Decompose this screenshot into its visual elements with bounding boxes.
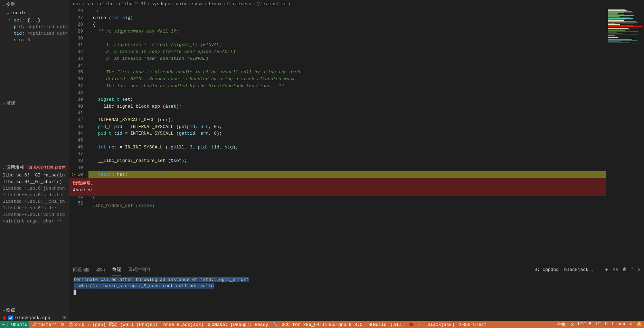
callstack-frame[interactable]: libstdc++.so.6![Unknown: [0, 185, 69, 192]
watch-section-header[interactable]: ⌄ 监视: [0, 99, 69, 108]
variable-pid[interactable]: pid: <optimized out>: [0, 24, 69, 30]
var-key: pid:: [14, 24, 25, 29]
breadcrumb-segment[interactable]: usr: [73, 1, 81, 7]
code-line[interactable]: ▷ return ret;: [88, 171, 606, 178]
code-content[interactable]: intraise (int sig){ /* rt_sigprocmask ma…: [88, 8, 606, 264]
code-line[interactable]: INTERNAL_SYSCALL_DECL (err);: [88, 117, 606, 124]
code-line[interactable]: __libc_signal_restore_set (&set);: [88, 157, 606, 164]
os-indicator[interactable]: Linux: [610, 321, 627, 327]
breadcrumb-segment[interactable]: unix: [176, 1, 187, 7]
code-line[interactable]: raise (int sig): [88, 15, 606, 21]
callstack-frame[interactable]: libstdc++.so.6!__cxa_th: [0, 198, 69, 205]
variable-tid[interactable]: tid: <optimized out>: [0, 30, 69, 37]
code-line[interactable]: defined _NSIG. Second case is handled by…: [88, 76, 606, 83]
remote-indicator[interactable]: ⇋: Ubuntu: [0, 321, 29, 328]
code-line[interactable]: 1. sigsetsize != sizeof (sigset_t) (EINV…: [88, 42, 606, 48]
code-line[interactable]: int ret = INLINE_SYSCALL (tgkill, 3, pid…: [88, 144, 606, 151]
breakpoints-section-header[interactable]: ⌄ 断点: [0, 306, 69, 315]
callstack-frame[interactable]: libstdc++.so.6!std::__t: [0, 205, 69, 211]
cmake-status[interactable]: ⚙CMake: [Debug]: Ready: [206, 321, 271, 328]
callstack-section-header[interactable]: ⌄ 调用堆栈 因 EXCEPTION 已暂停: [0, 163, 69, 172]
cmake-kit[interactable]: 🔧[GCC for x86_64-linux-gnu 9.3.0]: [270, 321, 367, 328]
language-mode[interactable]: C: [603, 321, 610, 327]
feedback-icon[interactable]: ☺: [627, 321, 634, 327]
watch-title: 监视: [6, 100, 15, 106]
locals-header[interactable]: ⌄ Locals: [0, 9, 69, 17]
breakpoint-checkbox[interactable]: [8, 316, 13, 320]
breadcrumb-segment[interactable]: C raise.c: [227, 1, 251, 7]
branch-icon: ⎇: [31, 322, 37, 327]
code-line[interactable]: 2. a failure in copy from/to user space …: [88, 48, 606, 55]
tab-debug-console[interactable]: 调试控制台: [128, 265, 151, 274]
variable-sig[interactable]: sig: 6: [0, 37, 69, 43]
build-button[interactable]: ⚙Build: [367, 321, 389, 328]
warning-icon: ⚠: [78, 322, 81, 327]
code-line[interactable]: {: [88, 21, 606, 28]
breadcrumb-segment[interactable]: glibc-2.31: [119, 1, 146, 7]
beaker-icon: ⚗: [458, 322, 461, 327]
breadcrumb-segment[interactable]: glibc: [100, 1, 113, 7]
split-terminal-icon[interactable]: ▯▯: [613, 267, 618, 272]
close-icon[interactable]: ✕: [638, 267, 641, 272]
code-line[interactable]: The last one should be handled by the bl…: [88, 83, 606, 90]
build-target-all[interactable]: [all]: [389, 321, 406, 328]
play-icon: ▷: [88, 322, 91, 327]
new-terminal-icon[interactable]: ＋: [604, 266, 609, 273]
chevron-down-icon: ⌄: [3, 308, 5, 312]
callstack-frame[interactable]: main(int argc, char **: [0, 218, 69, 225]
exception-badge: 因 EXCEPTION 已暂停: [27, 165, 67, 170]
breadcrumb-segment[interactable]: sysdeps: [151, 1, 170, 7]
breadcrumb[interactable]: usr›src›glibc›glibc-2.31›sysdeps›unix›sy…: [69, 0, 644, 8]
indentation[interactable]: 空格: 3: [555, 321, 576, 328]
code-line[interactable]: [88, 137, 606, 144]
code-line[interactable]: /* rt_sigprocmask may fail if:: [88, 28, 606, 35]
launch-target[interactable]: [blackjack]: [423, 321, 457, 328]
code-line[interactable]: }: [88, 196, 606, 203]
run-ctest[interactable]: ⚗Run CTest: [456, 321, 489, 328]
breakpoint-item[interactable]: blackjack.cpp 40: [0, 315, 69, 321]
callstack-frame[interactable]: libstdc++.so.6!std::ter: [0, 192, 69, 198]
tab-terminal[interactable]: 终端: [112, 265, 121, 274]
breadcrumb-segment[interactable]: sysv: [192, 1, 203, 7]
debug-target-icon[interactable]: 🐞: [406, 321, 416, 328]
errors-warnings[interactable]: ⓧ3 ⚠0: [67, 321, 86, 328]
variables-section-header[interactable]: ⌄ 变量: [0, 0, 69, 9]
code-line[interactable]: pid_t tid = INTERNAL_SYSCALL (gettid, er…: [88, 130, 606, 137]
code-line[interactable]: 3. an invalid 'how' operation (EINVAL): [88, 55, 606, 62]
variable-set[interactable]: › set: {...}: [0, 17, 69, 24]
debug-launch[interactable]: ▷(gdb) 启动 (WSL) (Project Three Blackjack…: [86, 321, 206, 328]
run-target-icon[interactable]: ▷: [416, 321, 423, 328]
terminal-content[interactable]: terminate called after throwing an insta…: [69, 275, 644, 321]
trash-icon[interactable]: 🗑: [622, 267, 627, 272]
code-line[interactable]: [88, 35, 606, 42]
chevron-down-icon: ⌄: [3, 2, 5, 7]
code-line[interactable]: sigset_t set;: [88, 96, 606, 103]
callstack-frame[interactable]: libc.so.6!__GI_raise(in: [0, 172, 69, 179]
callstack-frame[interactable]: libc.so.6!__GI_abort(): [0, 179, 69, 185]
callstack-frame[interactable]: libstdc++.so.6!void std: [0, 211, 69, 218]
code-line[interactable]: [88, 151, 606, 157]
code-line[interactable]: pid_t pid = INTERNAL_SYSCALL (getpid, er…: [88, 124, 606, 130]
tab-problems[interactable]: 问题3: [73, 265, 89, 274]
chevron-up-icon[interactable]: ⌃: [631, 267, 634, 272]
terminal-selector[interactable]: 3: cppdbg: blackjack ⌄: [532, 266, 600, 273]
code-line[interactable]: [88, 62, 606, 69]
sync-button[interactable]: ⟳: [59, 321, 67, 328]
breakpoint-file: blackjack.cpp: [15, 315, 50, 320]
tab-output[interactable]: 输出: [96, 265, 105, 274]
code-line[interactable]: int: [88, 8, 606, 15]
minimap[interactable]: [606, 8, 644, 264]
git-branch[interactable]: ⎇master*: [29, 321, 59, 328]
code-line[interactable]: __libc_signal_block_app (&set);: [88, 103, 606, 110]
breadcrumb-segment[interactable]: src: [86, 1, 94, 7]
code-line[interactable]: [88, 164, 606, 171]
encoding[interactable]: UTF-8: [576, 321, 594, 327]
code-line[interactable]: libc_hidden_def (raise): [88, 202, 606, 209]
code-line[interactable]: [88, 89, 606, 96]
code-line[interactable]: [88, 110, 606, 117]
eol[interactable]: LF: [594, 321, 603, 327]
notifications-icon[interactable]: 🔔: [634, 321, 644, 327]
code-line[interactable]: The first case is already handle in glib…: [88, 69, 606, 76]
breadcrumb-segment[interactable]: ⬡ raise(int): [257, 1, 290, 7]
breadcrumb-segment[interactable]: linux: [208, 1, 222, 7]
